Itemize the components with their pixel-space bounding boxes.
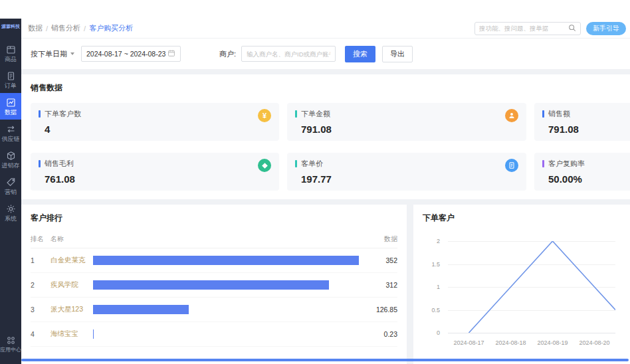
column-header-name: 名称 (51, 234, 93, 244)
plot-area[interactable] (448, 241, 615, 333)
stat-card-avg-per-customer: 客单价 197.77 (287, 153, 526, 191)
card-accent-bar (39, 110, 41, 118)
chevron-down-icon (70, 52, 74, 55)
brand-logo: 源霖科技 (0, 19, 21, 35)
panel-title: 下单客户 (423, 213, 621, 224)
x-axis: 2024-08-17 2024-08-18 2024-08-19 2024-08… (448, 339, 615, 347)
rank-number: 3 (31, 306, 51, 314)
stat-card-sales-amount: 销售额 791.08 (534, 103, 630, 141)
merchant-label: 商户: (219, 49, 236, 59)
sidebar-item-label: 应用中心 (0, 347, 21, 353)
ranking-bar (93, 305, 359, 314)
stat-value: 50.00% (548, 173, 630, 185)
x-tick-label: 2024-08-20 (579, 339, 609, 346)
stat-value: 791.08 (548, 124, 630, 135)
topbar-right: 新手引导 (474, 22, 626, 35)
rank-value: 352 (364, 256, 397, 264)
guide-button[interactable]: 新手引导 (586, 22, 626, 35)
topbar: 数据 / 销售分析 / 客户购买分析 新手引导 (21, 19, 630, 39)
sidebar-item-goods[interactable]: 商品 (0, 40, 21, 66)
order-customers-panel: 下单客户 2 1.5 1 0.5 0 202 (413, 205, 630, 364)
rank-number: 1 (31, 256, 51, 264)
sidebar-item-label: 供应链 (2, 136, 20, 142)
rank-value: 0.23 (364, 330, 397, 338)
sidebar-item-app-center[interactable]: 应用中心 (0, 331, 21, 357)
customer-name[interactable]: 疾风学院 (51, 280, 93, 290)
filter-bar: 按下单日期 2024-08-17 ~ 2024-08-23 商户: 搜索 导出 (21, 39, 630, 69)
rank-value: 312 (364, 281, 397, 289)
stat-card-gross-profit: 销售毛利 761.08 (31, 153, 279, 191)
table-header: 排名 名称 数据 (31, 230, 397, 248)
panel-title: 销售数据 (31, 82, 630, 94)
y-axis: 2 1.5 1 0.5 0 (423, 241, 444, 333)
stat-label: 销售额 (548, 109, 570, 119)
sidebar-item-label: 营销 (5, 189, 17, 195)
sidebar: 源霖科技 商品 订单 数据 (0, 19, 21, 364)
sidebar-item-marketing[interactable]: 营销 (0, 173, 21, 199)
sidebar-item-label: 进销存 (2, 162, 20, 169)
breadcrumb-item[interactable]: 销售分析 (51, 23, 80, 33)
card-accent-bar (542, 160, 544, 167)
breadcrumb: 数据 / 销售分析 / 客户购买分析 (28, 23, 133, 33)
merchant-search-input[interactable] (241, 46, 336, 62)
column-header-rank: 排名 (31, 234, 51, 244)
tag-icon (6, 177, 16, 187)
card-accent-bar (295, 110, 297, 118)
x-tick-label: 2024-08-19 (537, 339, 568, 346)
horizontal-scrollbar (21, 359, 629, 361)
chart-line-icon (6, 98, 16, 108)
global-search-input[interactable] (479, 25, 566, 32)
stat-value: 791.08 (301, 124, 518, 135)
card-accent-bar (295, 160, 297, 167)
column-header-value: 数据 (364, 234, 397, 244)
dashboard-page: 源霖科技 商品 订单 数据 (0, 0, 630, 364)
ranking-bar (93, 256, 359, 265)
date-type-label: 按下单日期 (31, 49, 67, 59)
sidebar-item-label: 系统 (5, 215, 17, 222)
diamond-icon (258, 159, 271, 172)
sidebar-item-label: 商品 (5, 56, 17, 62)
customer-name[interactable]: 派大星123 (51, 305, 93, 314)
y-tick-label: 0 (437, 329, 440, 336)
search-icon[interactable] (568, 23, 576, 35)
y-tick-label: 1 (437, 284, 440, 290)
breadcrumb-separator: / (84, 25, 86, 33)
rank-number: 4 (31, 330, 51, 338)
sidebar-item-supply-chain[interactable]: 供应链 (0, 120, 21, 146)
y-tick-label: 2 (437, 238, 440, 244)
line-series (448, 241, 615, 333)
date-range-input[interactable]: 2024-08-17 ~ 2024-08-23 (81, 46, 181, 62)
sidebar-item-inventory[interactable]: 进销存 (0, 146, 21, 173)
stat-card-order-customers: 下单客户数 ¥ 4 (31, 103, 279, 141)
sidebar-item-orders[interactable]: 订单 (0, 66, 21, 93)
table-row: 1 白金史莱克 352 (31, 248, 397, 273)
customer-ranking-panel: 客户排行 排名 名称 数据 1 白金史莱克 352 2 疾风学院 312 3 (21, 205, 407, 364)
date-type-select[interactable]: 按下单日期 (31, 49, 74, 59)
y-tick-label: 0.5 (431, 307, 440, 314)
breadcrumb-separator: / (46, 25, 48, 33)
card-accent-bar (542, 110, 544, 118)
date-range-value: 2024-08-17 ~ 2024-08-23 (86, 50, 165, 58)
table-row: 3 派大星123 126.85 (31, 298, 397, 322)
customer-name[interactable]: 海绵宝宝 (51, 329, 93, 339)
stat-label: 销售毛利 (45, 159, 74, 169)
sidebar-item-data[interactable]: 数据 (0, 93, 21, 120)
ranking-bar (93, 280, 359, 290)
stat-label: 客单价 (301, 159, 323, 169)
app-grid-icon (6, 335, 16, 345)
stat-label: 客户复购率 (548, 159, 585, 169)
panel-title: 客户排行 (31, 213, 397, 224)
card-accent-bar (39, 160, 41, 167)
document-icon (505, 159, 518, 172)
x-tick-label: 2024-08-17 (453, 339, 484, 346)
search-button[interactable]: 搜索 (345, 46, 375, 62)
breadcrumb-item[interactable]: 数据 (28, 23, 43, 33)
stat-cards: 下单客户数 ¥ 4 下单金额 791.08 销售额 (31, 103, 630, 191)
sidebar-item-system[interactable]: 系统 (0, 199, 21, 226)
scrollbar-thumb[interactable] (21, 359, 629, 361)
stat-label: 下单金额 (301, 109, 330, 119)
customer-name[interactable]: 白金史莱克 (51, 256, 93, 265)
y-tick-label: 1.5 (431, 261, 440, 268)
export-button[interactable]: 导出 (382, 46, 413, 62)
ranking-bar (93, 329, 359, 339)
